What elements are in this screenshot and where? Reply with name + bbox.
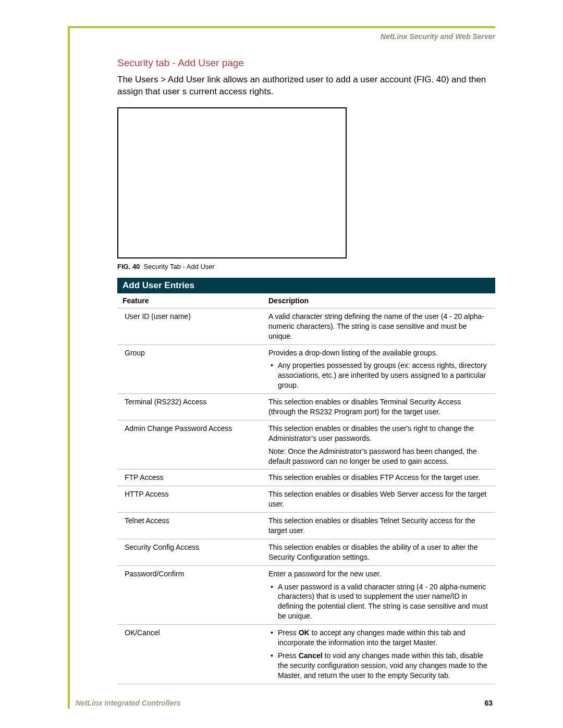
table-row: HTTP AccessThis selection enables or dis… [117, 486, 495, 513]
table-row: Admin Change Password AccessThis selecti… [117, 420, 495, 470]
table-row: Password/ConfirmEnter a password for the… [117, 565, 495, 624]
intro-paragraph: The Users > Add User link allows an auth… [117, 74, 495, 98]
table-row: Telnet AccessThis selection enables or d… [117, 513, 495, 539]
cell-description: This selection enables or disables FTP A… [263, 470, 495, 486]
cell-feature: User ID (user name) [117, 308, 263, 344]
main-content: Security tab - Add User page The Users >… [117, 57, 495, 684]
cell-feature: FTP Access [117, 470, 263, 486]
table-title: Add User Entries [117, 278, 495, 293]
cell-description: A valid character string defining the na… [263, 308, 495, 344]
top-accent-rule [68, 26, 495, 28]
figure-label: FIG. 40 [117, 263, 140, 270]
table-row: User ID (user name)A valid character str… [117, 308, 495, 344]
col-header-description: Description [263, 293, 495, 309]
col-header-feature: Feature [117, 293, 263, 309]
figure-placeholder [117, 107, 347, 258]
cell-description: This selection enables or disables the a… [263, 539, 495, 565]
cell-feature: HTTP Access [117, 486, 263, 513]
cell-description: •Press OK to accept any changes made wit… [263, 625, 495, 684]
figure-caption-text: Security Tab - Add User [144, 263, 215, 270]
page-footer: NetLinx Integrated Controllers 63 [76, 699, 493, 707]
cell-feature: Security Config Access [117, 539, 263, 565]
cell-feature: Admin Change Password Access [117, 420, 263, 470]
table-row: FTP AccessThis selection enables or disa… [117, 470, 495, 486]
add-user-entries-table: Add User Entries Feature Description Use… [117, 278, 495, 684]
cell-feature: Terminal (RS232) Access [117, 394, 263, 421]
cell-description: This selection enables or disables Termi… [263, 394, 495, 421]
cell-feature: OK/Cancel [117, 625, 263, 684]
table-row: Security Config AccessThis selection ena… [117, 539, 495, 565]
cell-description: Enter a password for the new user.•A use… [263, 565, 495, 624]
page-number: 63 [484, 699, 493, 707]
cell-feature: Group [117, 344, 263, 394]
left-accent-rule [68, 26, 70, 709]
cell-description: Provides a drop-down listing of the avai… [263, 344, 495, 394]
section-title: Security tab - Add User page [117, 57, 495, 69]
table-row: Terminal (RS232) AccessThis selection en… [117, 394, 495, 421]
table-row: GroupProvides a drop-down listing of the… [117, 344, 495, 394]
cell-feature: Telnet Access [117, 513, 263, 539]
table-row: OK/Cancel•Press OK to accept any changes… [117, 625, 495, 684]
cell-feature: Password/Confirm [117, 565, 263, 624]
cell-description: This selection enables or disables Web S… [263, 486, 495, 513]
figure-caption: FIG. 40 Security Tab - Add User [117, 263, 495, 270]
running-header: NetLinx Security and Web Server [381, 32, 495, 41]
entries-table: Feature Description User ID (user name)A… [117, 293, 495, 684]
cell-description: This selection enables or disables Telne… [263, 513, 495, 539]
cell-description: This selection enables or disables the u… [263, 420, 495, 470]
footer-title: NetLinx Integrated Controllers [76, 699, 180, 707]
